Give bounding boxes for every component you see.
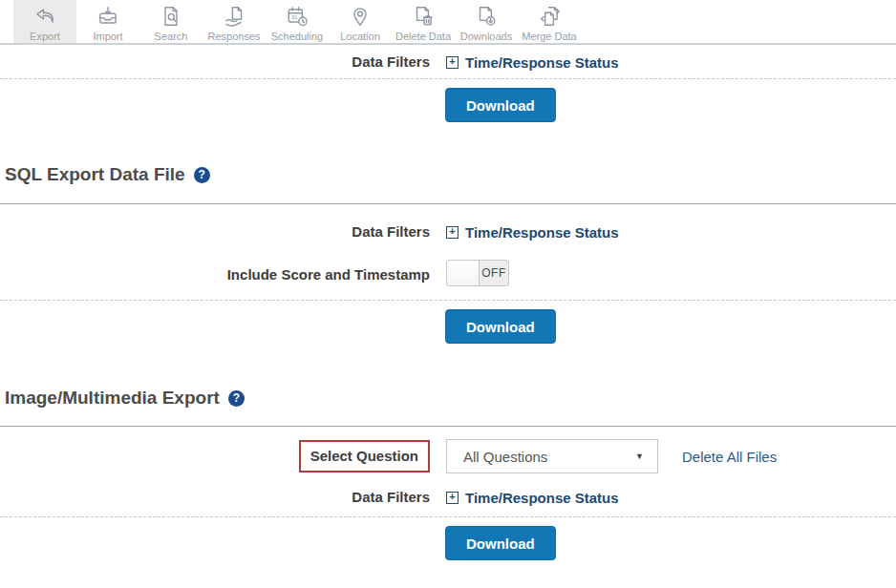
location-icon xyxy=(348,3,373,30)
filter-link-label: Time/Response Status xyxy=(465,224,619,241)
section-title-multimedia: Image/Multimedia Export xyxy=(0,388,896,409)
select-question-label: Select Question xyxy=(310,448,418,464)
help-icon[interactable] xyxy=(228,390,245,407)
include-score-toggle[interactable]: OFF xyxy=(446,260,509,286)
download-button-multimedia[interactable]: Download xyxy=(445,526,556,560)
downloads-icon xyxy=(474,3,499,30)
section-top-export: Data Filters Time/Response Status Downlo… xyxy=(0,51,896,122)
data-filters-label: Data Filters xyxy=(352,53,430,70)
section-divider xyxy=(0,203,896,204)
merge-data-icon xyxy=(537,3,562,30)
toolbar-item-label: Responses xyxy=(207,31,260,42)
select-question-dropdown[interactable]: All Questions xyxy=(446,439,658,473)
search-icon xyxy=(159,3,183,30)
include-score-label: Include Score and Timestamp xyxy=(227,266,430,283)
section-sql-export: SQL Export Data File Data Filters Time/R… xyxy=(0,164,896,344)
section-title-text: Image/Multimedia Export xyxy=(5,388,220,409)
section-title-text: SQL Export Data File xyxy=(5,164,185,185)
toolbar-item-scheduling[interactable]: 31 Scheduling xyxy=(266,0,329,43)
toggle-state-label: OFF xyxy=(480,261,508,285)
toolbar-item-import[interactable]: Import xyxy=(76,0,139,43)
section-multimedia-export: Image/Multimedia Export Select Question … xyxy=(0,388,896,560)
toggle-knob[interactable] xyxy=(447,261,480,285)
time-response-status-link[interactable]: Time/Response Status xyxy=(446,490,619,506)
help-icon[interactable] xyxy=(194,167,210,183)
toolbar-item-label: Merge Data xyxy=(522,31,576,42)
toolbar-item-merge-data[interactable]: Merge Data xyxy=(518,0,581,43)
dashed-divider xyxy=(0,78,896,79)
section-divider xyxy=(0,426,896,427)
data-filters-label: Data Filters xyxy=(352,489,430,505)
toolbar-item-label: Location xyxy=(340,31,380,42)
toolbar: Export Import Search xyxy=(0,0,896,45)
svg-text:31: 31 xyxy=(291,14,298,20)
toolbar-item-location[interactable]: Location xyxy=(329,0,392,43)
toolbar-item-label: Scheduling xyxy=(271,31,323,42)
data-filters-label: Data Filters xyxy=(352,223,430,240)
toolbar-item-label: Import xyxy=(93,31,122,42)
toolbar-item-label: Delete Data xyxy=(395,31,451,42)
toolbar-item-export[interactable]: Export xyxy=(13,0,76,43)
filter-link-label: Time/Response Status xyxy=(465,54,619,71)
time-response-status-link[interactable]: Time/Response Status xyxy=(446,224,619,241)
import-icon xyxy=(96,3,120,30)
toolbar-item-responses[interactable]: Responses xyxy=(203,0,266,43)
delete-all-files-link[interactable]: Delete All Files xyxy=(682,449,777,465)
time-response-status-link[interactable]: Time/Response Status xyxy=(446,54,619,71)
select-question-highlight: Select Question xyxy=(299,440,430,472)
toolbar-item-label: Export xyxy=(30,31,60,42)
dashed-divider xyxy=(0,300,896,301)
download-button-sql[interactable]: Download xyxy=(445,309,556,344)
responses-icon xyxy=(222,3,246,30)
expand-plus-icon xyxy=(446,226,459,239)
filter-link-label: Time/Response Status xyxy=(465,490,619,506)
expand-plus-icon xyxy=(446,492,459,504)
export-page: Data Filters Time/Response Status Downlo… xyxy=(0,51,896,587)
toolbar-item-delete-data[interactable]: Delete Data xyxy=(392,0,455,43)
download-button-top[interactable]: Download xyxy=(445,88,556,122)
toolbar-item-label: Search xyxy=(155,31,188,42)
section-title-sql: SQL Export Data File xyxy=(0,164,896,185)
toolbar-item-search[interactable]: Search xyxy=(139,0,203,43)
expand-plus-icon xyxy=(446,56,459,69)
dropdown-selected-value: All Questions xyxy=(463,449,547,465)
toolbar-item-label: Downloads xyxy=(460,31,512,42)
dashed-divider xyxy=(0,516,896,517)
scheduling-icon: 31 xyxy=(285,3,309,30)
delete-data-icon xyxy=(411,3,436,30)
dropdown-caret-icon xyxy=(635,452,644,461)
toolbar-item-downloads[interactable]: Downloads xyxy=(455,0,518,43)
export-icon xyxy=(32,3,57,30)
